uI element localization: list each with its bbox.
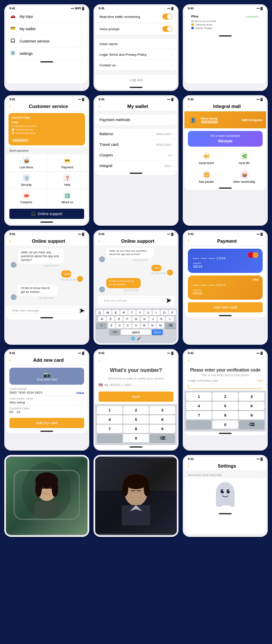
menu-settings[interactable]: ⚙️ settings bbox=[6, 48, 88, 60]
numkey-7[interactable]: 7 bbox=[97, 425, 122, 433]
online-support-button[interactable]: 🎧 Online support bbox=[9, 209, 84, 219]
holder-name-value[interactable]: fairy wang bbox=[9, 400, 84, 406]
key-w[interactable]: W bbox=[104, 310, 111, 315]
key-123[interactable]: 123 bbox=[109, 329, 120, 335]
vc-numkey-backspace[interactable]: ⌫ bbox=[239, 420, 264, 429]
back-button-ac[interactable]: ‹ bbox=[9, 357, 11, 363]
blue-card[interactable]: •••• •••• •••• 2999 expires 08/15 bbox=[188, 249, 263, 273]
key-q[interactable]: Q bbox=[96, 310, 103, 315]
back-button-i[interactable]: ‹ bbox=[188, 103, 190, 109]
key-i[interactable]: I bbox=[153, 310, 160, 315]
logout-button[interactable]: Log out bbox=[95, 74, 177, 85]
key-m[interactable]: M bbox=[157, 323, 164, 329]
key-g[interactable]: G bbox=[132, 316, 140, 322]
key-t[interactable]: T bbox=[128, 310, 136, 315]
contact-item[interactable]: Contact us › bbox=[95, 60, 177, 71]
integral-row[interactable]: Integral 600 › bbox=[95, 161, 177, 171]
send-button2[interactable]: ➤ bbox=[165, 297, 172, 304]
verification-code-input[interactable] bbox=[188, 384, 263, 389]
nav-back-pn[interactable]: ‹ bbox=[95, 355, 177, 364]
vc-numkey-4[interactable]: 4 bbox=[186, 402, 212, 410]
numkey-9[interactable]: 9 bbox=[150, 425, 175, 433]
menu-customer-service[interactable]: 🎧 Customer service bbox=[6, 35, 88, 48]
key-b[interactable]: B bbox=[141, 323, 148, 329]
add-new-card-button[interactable]: Add new card bbox=[188, 302, 263, 312]
add-card-submit-button[interactable]: Add my card bbox=[9, 418, 84, 428]
recent-trips-card[interactable]: recent trips Line 20:08:44 Oct.16,2018 F… bbox=[8, 113, 85, 145]
numkey-0[interactable]: 0 bbox=[123, 434, 149, 443]
other-commodity-item[interactable]: 📦 other commodity bbox=[226, 168, 263, 186]
key-e[interactable]: E bbox=[112, 310, 119, 315]
lost-items[interactable]: 📦 Lost items bbox=[6, 154, 47, 171]
flow-packet-item[interactable]: 📶 flow packet bbox=[188, 168, 225, 186]
numkey-backspace[interactable]: ⌫ bbox=[150, 434, 175, 443]
emoji-key[interactable]: 🌐 bbox=[131, 337, 135, 340]
mic-key[interactable]: 🎤 bbox=[137, 337, 141, 340]
payment-cs[interactable]: 💳 Payment bbox=[47, 154, 88, 171]
orange-card[interactable]: visa •••• •••• •••• 3227 expires 06/25 bbox=[188, 275, 263, 300]
vc-numkey-1[interactable]: 1 bbox=[186, 392, 212, 401]
traffic-toggle[interactable] bbox=[162, 14, 173, 20]
help-cs[interactable]: ❓ Help bbox=[47, 172, 88, 189]
menu-my-wallet[interactable]: 💳 My wallet bbox=[6, 23, 88, 35]
card-number-value[interactable]: 5882 7836 4234 9823 bbox=[9, 391, 76, 396]
traffic-monitoring-item[interactable]: Real-time traffic monitoring bbox=[95, 11, 177, 23]
menu-my-trips[interactable]: 🚗 My trips bbox=[6, 11, 88, 23]
resend-timer[interactable]: 5:00 bbox=[257, 379, 263, 382]
travel-card-row[interactable]: Travel card ¥300,050 › bbox=[95, 139, 177, 150]
numkey-8[interactable]: 8 bbox=[123, 425, 149, 433]
numkey-5[interactable]: 5 bbox=[123, 415, 149, 424]
send-button1[interactable]: ➤ bbox=[78, 307, 85, 314]
nav-back-vc[interactable]: ‹ bbox=[184, 355, 266, 364]
about-us-cs[interactable]: ℹ️ About us bbox=[47, 189, 88, 206]
key-delete[interactable]: ⌫ bbox=[165, 323, 176, 329]
local-life-item[interactable]: 🌿 local life bbox=[226, 149, 263, 167]
exp-month[interactable]: 05 bbox=[9, 410, 13, 415]
back-button-cs[interactable]: ‹ bbox=[9, 103, 11, 109]
voice-prompt-item[interactable]: Voice prompt bbox=[95, 23, 177, 35]
numkey-6[interactable]: 6 bbox=[150, 415, 175, 424]
key-d[interactable]: D bbox=[115, 316, 123, 322]
back-button-set[interactable]: ‹ bbox=[188, 463, 190, 469]
key-s[interactable]: S bbox=[107, 316, 114, 322]
key-f[interactable]: F bbox=[124, 316, 131, 322]
key-r[interactable]: R bbox=[120, 310, 128, 315]
travel-ticket-item[interactable]: 🎫 travel ticket bbox=[188, 149, 225, 167]
numkey-4[interactable]: 4 bbox=[97, 415, 122, 424]
balance-row[interactable]: Balance ¥600,005 › bbox=[95, 129, 177, 139]
clear-cache-item[interactable]: Clear cache › bbox=[95, 39, 177, 49]
key-u[interactable]: U bbox=[144, 310, 152, 315]
security-cs[interactable]: 🛡️ Security bbox=[6, 172, 47, 189]
key-x[interactable]: X bbox=[116, 323, 123, 329]
back-button-c1[interactable]: ‹ bbox=[9, 238, 11, 244]
key-shift[interactable]: ⇧ bbox=[96, 323, 107, 329]
key-p[interactable]: P bbox=[169, 310, 176, 315]
vc-numkey-8[interactable]: 8 bbox=[212, 411, 238, 420]
key-y[interactable]: Y bbox=[136, 310, 144, 315]
vc-numkey-9[interactable]: 9 bbox=[239, 411, 264, 420]
coupons-cs[interactable]: 🎟️ Coupons bbox=[6, 189, 47, 206]
phone-number-input[interactable]: 000000.1.9007 bbox=[109, 383, 173, 387]
key-a[interactable]: A bbox=[98, 316, 106, 322]
vc-numkey-7[interactable]: 7 bbox=[186, 411, 212, 420]
coupon-row[interactable]: Coupon 8 › bbox=[95, 150, 177, 161]
key-v[interactable]: V bbox=[132, 323, 139, 329]
vc-numkey-5[interactable]: 5 bbox=[212, 402, 238, 410]
vc-numkey-6[interactable]: 6 bbox=[239, 402, 264, 410]
voice-toggle[interactable] bbox=[162, 26, 173, 32]
vc-numkey-0[interactable]: 0 bbox=[212, 420, 238, 429]
key-j[interactable]: J bbox=[149, 316, 157, 322]
key-l[interactable]: L bbox=[166, 316, 174, 322]
key-o[interactable]: O bbox=[161, 310, 168, 315]
numkey-1[interactable]: 1 bbox=[97, 406, 122, 414]
key-send[interactable]: Send bbox=[152, 329, 163, 335]
back-button-w[interactable]: ‹ bbox=[99, 103, 100, 109]
numkey-3[interactable]: 3 bbox=[150, 406, 175, 414]
key-h[interactable]: H bbox=[141, 316, 148, 322]
key-space[interactable]: space bbox=[121, 329, 151, 335]
key-n[interactable]: N bbox=[149, 323, 156, 329]
key-c[interactable]: C bbox=[124, 323, 131, 329]
back-button-pay[interactable]: ‹ bbox=[188, 238, 190, 244]
exp-year[interactable]: 23 bbox=[17, 410, 20, 415]
back-button-c2[interactable]: ‹ bbox=[99, 238, 100, 244]
